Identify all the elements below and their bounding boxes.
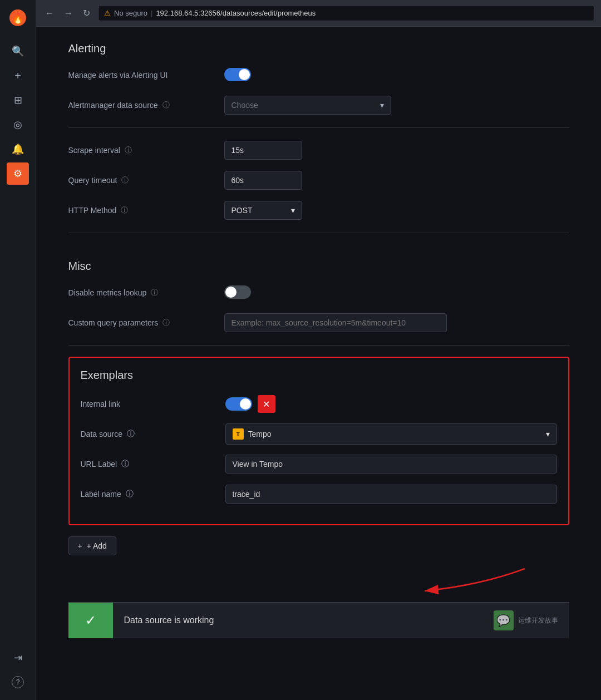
custom-query-input[interactable]	[224, 313, 447, 332]
alertmanager-info-icon[interactable]: ⓘ	[162, 100, 170, 110]
data-source-value: T Tempo	[233, 428, 272, 440]
http-method-value: POST	[231, 206, 253, 215]
custom-query-label: Custom query parameters ⓘ	[68, 318, 224, 328]
disable-metrics-row: Disable metrics lookup ⓘ	[68, 282, 569, 304]
main-content: ← → ↻ ⚠ No seguro | 192.168.64.5:32656/d…	[36, 0, 601, 700]
url-text: 192.168.64.5:32656/datasources/edit/prom…	[156, 9, 316, 17]
alertmanager-select-container: Choose ▾	[224, 96, 569, 115]
manage-alerts-toggle-container	[224, 68, 569, 83]
label-name-row: Label name ⓘ	[81, 483, 557, 505]
address-bar[interactable]: ⚠ No seguro | 192.168.64.5:32656/datasou…	[98, 5, 594, 21]
arrow-annotation	[68, 569, 569, 602]
internal-link-toggle[interactable]	[225, 397, 252, 411]
url-label-input[interactable]	[225, 455, 557, 474]
disable-metrics-info-icon[interactable]: ⓘ	[151, 288, 158, 298]
data-source-select[interactable]: T Tempo ▾	[225, 423, 557, 445]
back-button[interactable]: ←	[43, 6, 56, 21]
sidebar-item-logout[interactable]: ⇥	[7, 647, 29, 669]
exemplars-section: Exemplars Internal link ✕ Dat	[68, 357, 569, 525]
http-method-info-icon[interactable]: ⓘ	[121, 205, 128, 215]
grid-icon: ⊞	[14, 94, 22, 106]
sidebar-item-add[interactable]: +	[7, 65, 29, 87]
disable-metrics-slider	[224, 285, 251, 299]
internal-link-row: Internal link ✕	[81, 393, 557, 415]
alerting-title: Alerting	[68, 27, 569, 64]
separator: |	[151, 9, 152, 17]
status-bar: ✓ Data source is working 💬 运维开发故事	[68, 602, 569, 638]
remove-exemplar-button[interactable]: ✕	[258, 395, 275, 413]
label-name-info-icon[interactable]: ⓘ	[126, 489, 134, 499]
disable-metrics-toggle[interactable]	[224, 285, 251, 299]
watermark-text: 运维开发故事	[518, 616, 558, 625]
manage-alerts-toggle[interactable]	[224, 68, 251, 81]
alertmanager-placeholder: Choose	[231, 101, 258, 110]
query-timeout-row: Query timeout ⓘ	[68, 169, 569, 191]
wechat-icon: 💬	[496, 614, 510, 627]
label-name-label: Label name ⓘ	[81, 489, 225, 499]
url-label-row: URL Label ⓘ	[81, 453, 557, 475]
alertmanager-select[interactable]: Choose ▾	[224, 96, 391, 115]
app-logo: 🔥	[7, 7, 29, 29]
data-source-info-icon[interactable]: ⓘ	[127, 429, 135, 439]
page-content: Alerting Manage alerts via Alerting UI A…	[52, 27, 586, 660]
manage-alerts-slider	[224, 68, 251, 81]
disable-metrics-label: Disable metrics lookup ⓘ	[68, 288, 224, 298]
sidebar-item-search[interactable]: 🔍	[7, 40, 29, 62]
divider-3	[68, 345, 569, 346]
divider-1	[68, 127, 569, 128]
disable-metrics-toggle-container	[224, 285, 569, 300]
sidebar-item-help[interactable]: ?	[7, 671, 29, 693]
forward-button[interactable]: →	[62, 6, 75, 21]
http-method-label: HTTP Method ⓘ	[68, 205, 224, 215]
url-label-info-icon[interactable]: ⓘ	[121, 459, 129, 469]
sidebar-item-settings[interactable]: ⚙	[7, 162, 29, 185]
url-label-label: URL Label ⓘ	[81, 459, 225, 469]
plus-icon: +	[14, 70, 21, 82]
reload-button[interactable]: ↻	[81, 6, 92, 21]
close-icon: ✕	[263, 399, 270, 410]
custom-query-input-container	[224, 313, 569, 332]
add-label: + Add	[87, 541, 107, 550]
exemplars-title: Exemplars	[81, 369, 557, 382]
search-icon: 🔍	[12, 45, 24, 57]
add-exemplar-button[interactable]: + + Add	[68, 536, 116, 555]
label-name-input[interactable]	[225, 485, 557, 504]
sidebar-item-alerts[interactable]: 🔔	[7, 138, 29, 160]
browser-bar: ← → ↻ ⚠ No seguro | 192.168.64.5:32656/d…	[36, 0, 601, 27]
watermark-icon: 💬	[494, 610, 514, 630]
scrape-interval-info-icon[interactable]: ⓘ	[125, 145, 132, 155]
query-timeout-input-container	[224, 171, 569, 190]
watermark: 💬 运维开发故事	[482, 610, 569, 630]
tempo-logo-icon: T	[233, 428, 244, 440]
custom-query-info-icon[interactable]: ⓘ	[162, 318, 170, 328]
internal-link-slider	[225, 397, 252, 411]
query-timeout-info-icon[interactable]: ⓘ	[121, 175, 129, 185]
scrape-interval-input[interactable]	[224, 141, 302, 160]
manage-alerts-label: Manage alerts via Alerting UI	[68, 71, 224, 80]
warning-icon: ⚠	[104, 9, 111, 17]
http-method-select[interactable]: POST ▾	[224, 201, 302, 220]
bell-icon: 🔔	[12, 143, 24, 155]
http-method-select-container: POST ▾	[224, 201, 569, 220]
scrape-interval-label: Scrape interval ⓘ	[68, 145, 224, 155]
sidebar-item-explore[interactable]: ◎	[7, 114, 29, 136]
query-timeout-input[interactable]	[224, 171, 302, 190]
alerting-section: Alerting Manage alerts via Alerting UI A…	[68, 27, 569, 116]
misc-title: Misc	[68, 244, 569, 282]
compass-icon: ◎	[13, 119, 22, 131]
data-source-chevron-icon: ▾	[546, 430, 550, 438]
scrape-interval-row: Scrape interval ⓘ	[68, 139, 569, 161]
query-timeout-label: Query timeout ⓘ	[68, 175, 224, 185]
arrow-svg	[369, 563, 536, 597]
chevron-down-icon: ▾	[380, 101, 384, 110]
data-source-label: Data source ⓘ	[81, 429, 225, 439]
sidebar-item-dashboards[interactable]: ⊞	[7, 89, 29, 111]
help-icon: ?	[12, 676, 24, 688]
checkmark-icon: ✓	[85, 613, 96, 628]
status-text: Data source is working	[113, 615, 225, 625]
gear-icon: ⚙	[13, 167, 22, 180]
http-method-chevron-icon: ▾	[291, 206, 295, 215]
http-method-row: HTTP Method ⓘ POST ▾	[68, 199, 569, 221]
scrape-interval-input-container	[224, 141, 569, 160]
manage-alerts-row: Manage alerts via Alerting UI	[68, 64, 569, 86]
